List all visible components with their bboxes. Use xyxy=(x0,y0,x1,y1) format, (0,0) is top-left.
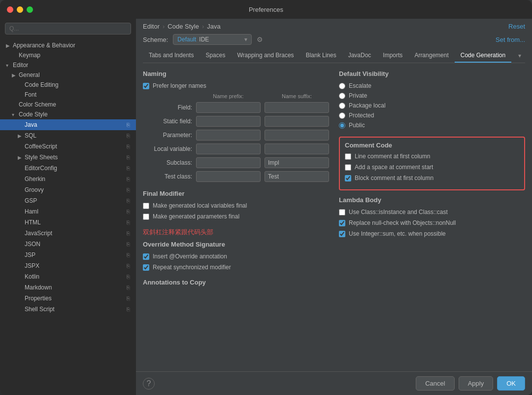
suffix-input[interactable] xyxy=(265,144,329,154)
sidebar-item-groovy[interactable]: Groovy⎘ xyxy=(0,184,136,195)
override-checkbox[interactable] xyxy=(143,264,149,271)
right-panel: Editor › Code Style › Java Reset Scheme:… xyxy=(136,19,532,395)
sidebar-item-color-scheme[interactable]: Color Scheme xyxy=(0,100,136,109)
final-modifier-checkbox[interactable] xyxy=(143,203,149,209)
lambda-checkbox[interactable] xyxy=(339,220,345,226)
sidebar-item-shell-script[interactable]: Shell Script⎘ xyxy=(0,304,136,315)
prefix-input[interactable] xyxy=(196,171,261,182)
visibility-radio[interactable] xyxy=(339,83,345,89)
naming-field-row: Local variable: xyxy=(143,144,329,154)
tab-code-gen[interactable]: Code Generation xyxy=(455,49,511,63)
final-modifier-checkbox[interactable] xyxy=(143,214,149,220)
sidebar-item-json[interactable]: JSON⎘ xyxy=(0,239,136,250)
visibility-radio[interactable] xyxy=(339,103,345,109)
sidebar-item-label: HTML xyxy=(25,219,124,226)
arrow-icon: ▶ xyxy=(12,72,19,78)
minimize-button[interactable] xyxy=(17,6,23,13)
sidebar-item-properties[interactable]: Properties⎘ xyxy=(0,293,136,304)
tab-arrangement[interactable]: Arrangement xyxy=(408,49,454,63)
prefer-longer-names-checkbox[interactable] xyxy=(143,83,149,89)
annotation-note: 双斜杠注释紧跟代码头部 xyxy=(143,228,329,237)
lambda-items: Use Class::isInstance and Class::castRep… xyxy=(339,209,525,237)
copy-icon: ⎘ xyxy=(124,251,132,259)
sidebar-item-javascript[interactable]: JavaScript⎘ xyxy=(0,228,136,239)
close-button[interactable] xyxy=(7,6,13,13)
sidebar-item-java[interactable]: Java⎘ xyxy=(0,119,136,130)
sidebar-item-gsp[interactable]: GSP⎘ xyxy=(0,195,136,206)
override-checkbox[interactable] xyxy=(143,253,149,260)
sidebar-item-jspx[interactable]: JSPX⎘ xyxy=(0,260,136,271)
visibility-option: Public xyxy=(339,122,525,129)
copy-icon: ⎘ xyxy=(124,240,132,248)
tab-javadoc[interactable]: JavaDoc xyxy=(342,49,377,63)
window-title: Preferences xyxy=(249,6,283,13)
visibility-radio[interactable] xyxy=(339,93,345,99)
sidebar-item-editor[interactable]: ▾Editor xyxy=(0,60,136,70)
prefix-input[interactable] xyxy=(196,130,261,141)
comment-code-items: Line comment at first columnAdd a space … xyxy=(345,153,519,181)
ok-button[interactable]: OK xyxy=(497,376,525,391)
reset-button[interactable]: Reset xyxy=(508,23,525,30)
final-modifier-label: Make generated local variables final xyxy=(153,202,247,209)
sidebar-item-font[interactable]: Font xyxy=(0,90,136,100)
search-input[interactable] xyxy=(5,23,131,35)
suffix-input[interactable] xyxy=(265,157,329,168)
comment-code-checkbox[interactable] xyxy=(345,153,351,160)
copy-icon: ⎘ xyxy=(124,229,132,237)
apply-button[interactable]: Apply xyxy=(459,376,494,391)
lambda-title: Lambda Body xyxy=(339,196,525,204)
comment-code-label: Line comment at first column xyxy=(355,153,430,160)
scheme-dropdown[interactable]: Default IDE ▾ xyxy=(173,34,252,45)
prefix-input[interactable] xyxy=(196,157,261,168)
lambda-checkbox[interactable] xyxy=(339,209,345,215)
sidebar-item-jsp[interactable]: JSP⎘ xyxy=(0,250,136,260)
tab-wrapping[interactable]: Wrapping and Braces xyxy=(231,49,299,63)
comment-code-item: Line comment at first column xyxy=(345,153,519,160)
sidebar-item-label: General xyxy=(19,72,136,78)
tab-tabs-indents[interactable]: Tabs and Indents xyxy=(143,49,200,63)
sidebar-item-general[interactable]: ▶General xyxy=(0,70,136,80)
visibility-radio[interactable] xyxy=(339,112,345,119)
sidebar-item-keymap[interactable]: Keymap xyxy=(0,50,136,60)
sidebar-item-html[interactable]: HTML⎘ xyxy=(0,217,136,228)
maximize-button[interactable] xyxy=(27,6,33,13)
arrow-icon: ▶ xyxy=(18,155,25,160)
visibility-section: Default Visibility EscalatePrivatePackag… xyxy=(339,70,525,129)
prefix-input[interactable] xyxy=(196,116,261,127)
copy-icon: ⎘ xyxy=(124,186,132,194)
sidebar-item-appearance[interactable]: ▶Appearance & Behavior xyxy=(0,40,136,50)
sidebar-item-editorconfig[interactable]: EditorConfig⎘ xyxy=(0,163,136,174)
sidebar-item-style-sheets[interactable]: ▶Style Sheets⎘ xyxy=(0,152,136,163)
sidebar-item-coffeescript[interactable]: CoffeeScript⎘ xyxy=(0,141,136,152)
suffix-input[interactable] xyxy=(265,171,329,182)
sidebar-item-markdown[interactable]: Markdown⎘ xyxy=(0,282,136,293)
prefix-input[interactable] xyxy=(196,102,261,113)
comment-code-checkbox[interactable] xyxy=(345,164,351,171)
visibility-radio[interactable] xyxy=(339,122,345,129)
sidebar-item-kotlin[interactable]: Kotlin⎘ xyxy=(0,271,136,282)
sidebar-item-code-editing[interactable]: Code Editing xyxy=(0,80,136,90)
suffix-input[interactable] xyxy=(265,130,329,141)
sidebar-item-sql[interactable]: ▶SQL⎘ xyxy=(0,130,136,141)
scheme-row: Scheme: Default IDE ▾ ⚙ Set from... xyxy=(143,34,525,45)
copy-icon: ⎘ xyxy=(124,143,132,150)
sidebar-item-code-style[interactable]: ▾Code Style xyxy=(0,109,136,119)
sidebar-item-haml[interactable]: Haml⎘ xyxy=(0,206,136,217)
override-title: Override Method Signature xyxy=(143,241,329,248)
visibility-title: Default Visibility xyxy=(339,70,525,77)
comment-code-checkbox[interactable] xyxy=(345,175,351,181)
tab-imports[interactable]: Imports xyxy=(377,49,408,63)
suffix-input[interactable] xyxy=(265,102,329,113)
set-from-button[interactable]: Set from... xyxy=(496,36,525,43)
suffix-input[interactable] xyxy=(265,116,329,127)
sidebar-item-gherkin[interactable]: Gherkin⎘ xyxy=(0,174,136,184)
tabs-more-button[interactable]: ▾ xyxy=(514,49,525,62)
cancel-button[interactable]: Cancel xyxy=(416,376,454,391)
help-button[interactable]: ? xyxy=(143,378,155,390)
tab-blank-lines[interactable]: Blank Lines xyxy=(300,49,342,63)
prefix-input[interactable] xyxy=(196,144,261,154)
gear-button[interactable]: ⚙ xyxy=(257,36,263,43)
field-label: Parameter: xyxy=(143,132,192,139)
lambda-checkbox[interactable] xyxy=(339,231,345,237)
tab-spaces[interactable]: Spaces xyxy=(200,49,231,63)
